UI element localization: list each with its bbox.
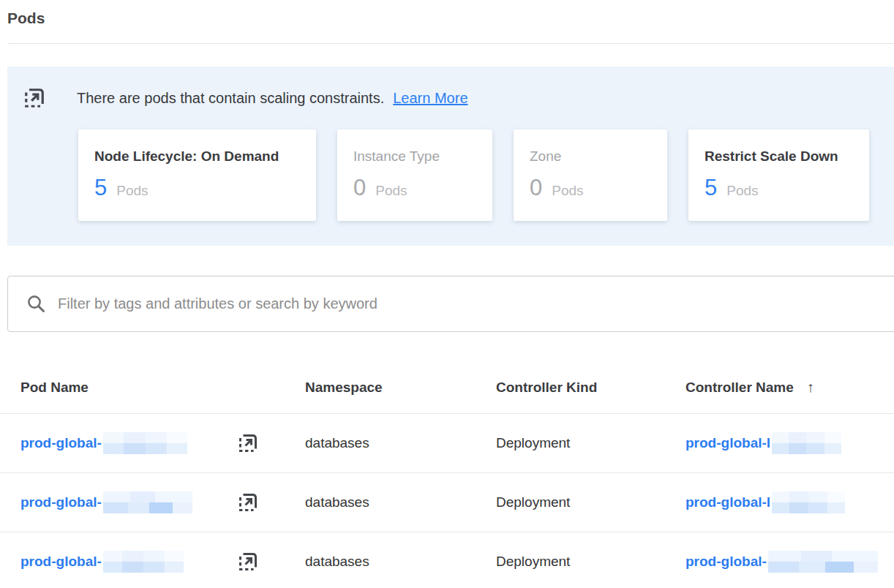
pod-name-cell: prod-global- — [20, 491, 305, 514]
card-zone[interactable]: Zone 0 Pods — [514, 129, 667, 221]
pod-name-cell: prod-global- — [20, 432, 305, 455]
table-row[interactable]: prod-global- databases Deployment prod-g… — [0, 414, 894, 473]
controller-kind-cell: Deployment — [496, 494, 685, 510]
redacted-controller-name — [772, 491, 845, 514]
controller-name-cell: prod-global- — [685, 551, 894, 573]
search-icon — [26, 294, 46, 314]
controller-name-link[interactable]: prod-global-l — [685, 494, 770, 510]
controller-kind-cell: Deployment — [496, 554, 685, 570]
column-header-namespace[interactable]: Namespace — [305, 380, 496, 396]
redacted-controller-name — [768, 551, 878, 573]
controller-kind-cell: Deployment — [496, 435, 685, 451]
card-count: 0 — [530, 175, 542, 201]
scale-out-icon[interactable] — [238, 433, 258, 453]
card-title: Zone — [530, 148, 651, 165]
controller-name-link[interactable]: prod-global- — [685, 554, 767, 570]
table-row[interactable]: prod-global- databases Deployment prod-g… — [0, 473, 894, 532]
namespace-cell: databases — [305, 554, 496, 570]
scale-out-icon[interactable] — [238, 492, 258, 513]
heading-divider — [7, 43, 894, 44]
card-count: 0 — [353, 175, 366, 201]
card-restrict-scale-down[interactable]: Restrict Scale Down 5 Pods — [688, 129, 869, 221]
pod-name-link[interactable]: prod-global- — [20, 554, 102, 570]
controller-name-cell: prod-global-l — [685, 491, 894, 514]
column-header-pod-name[interactable]: Pod Name — [20, 380, 305, 396]
redacted-controller-name — [772, 432, 841, 455]
search-input[interactable] — [58, 295, 894, 312]
pod-name-cell: prod-global- — [20, 551, 305, 573]
redacted-pod-name — [103, 551, 184, 573]
card-title: Instance Type — [353, 148, 476, 165]
card-count: 5 — [94, 175, 107, 201]
card-unit: Pods — [116, 183, 148, 199]
column-header-controller-kind[interactable]: Controller Kind — [496, 380, 685, 396]
namespace-cell: databases — [305, 494, 496, 510]
scale-out-icon[interactable] — [238, 551, 258, 572]
redacted-pod-name — [103, 432, 187, 455]
card-count: 5 — [705, 175, 717, 201]
card-unit: Pods — [726, 183, 758, 199]
filter-search-box[interactable] — [7, 276, 894, 332]
controller-name-link[interactable]: prod-global-l — [685, 435, 770, 451]
learn-more-link[interactable]: Learn More — [393, 90, 467, 107]
sort-ascending-icon[interactable]: ↑ — [807, 379, 814, 396]
card-title: Node Lifecycle: On Demand — [94, 148, 300, 165]
banner-header: There are pods that contain scaling cons… — [23, 86, 894, 110]
pod-name-link[interactable]: prod-global- — [20, 494, 102, 510]
scale-out-icon — [23, 87, 45, 109]
table-row[interactable]: prod-global- databases Deployment prod-g… — [0, 532, 894, 588]
column-header-controller-name[interactable]: Controller Name ↑ — [685, 379, 894, 396]
page-title: Pods — [7, 10, 894, 27]
namespace-cell: databases — [305, 435, 496, 451]
card-unit: Pods — [375, 183, 407, 199]
scaling-constraints-banner: There are pods that contain scaling cons… — [7, 67, 894, 246]
card-node-lifecycle[interactable]: Node Lifecycle: On Demand 5 Pods — [78, 129, 316, 221]
pods-table: Pod Name Namespace Controller Kind Contr… — [0, 361, 894, 588]
card-instance-type[interactable]: Instance Type 0 Pods — [337, 129, 492, 221]
banner-message: There are pods that contain scaling cons… — [77, 90, 384, 107]
table-header-row: Pod Name Namespace Controller Kind Contr… — [0, 361, 894, 414]
pod-name-link[interactable]: prod-global- — [20, 435, 102, 451]
card-title: Restrict Scale Down — [705, 148, 853, 165]
redacted-pod-name — [103, 491, 192, 514]
card-unit: Pods — [552, 183, 583, 199]
constraint-cards: Node Lifecycle: On Demand 5 Pods Instanc… — [78, 129, 894, 221]
controller-name-cell: prod-global-l — [685, 432, 894, 455]
